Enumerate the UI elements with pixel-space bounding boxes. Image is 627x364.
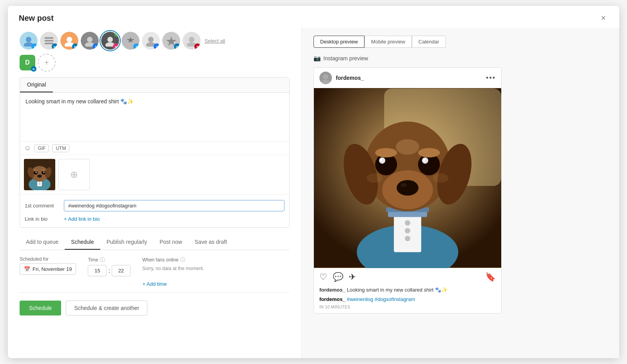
svg-rect-4 [45,43,53,44]
hashtag-username: fordemos_ [319,296,345,302]
modal-header: New post × [8,6,619,28]
heart-icon[interactable]: ♡ [319,272,327,282]
account-icon-3[interactable]: in [60,32,78,50]
fans-info-icon: ⓘ [180,256,185,263]
instagram-card: fordemos_ ••• [314,67,502,314]
svg-point-59 [433,173,449,183]
insta-post-image [314,88,501,268]
tab-desktop-preview[interactable]: Desktop preview [314,36,364,48]
svg-marker-11 [127,37,134,43]
svg-point-49 [379,157,385,164]
modal-title: New post [19,14,54,23]
insta-header: fordemos_ ••• [314,68,501,88]
svg-point-52 [423,159,425,161]
time-separator: : [107,267,111,274]
tab-calendar[interactable]: Calendar [412,36,446,48]
new-post-modal: New post × t in [8,6,619,358]
meta-rows: 1st comment Link in bio + Add link in bi… [20,194,289,227]
svg-point-5 [67,37,72,42]
right-panel: Desktop preview Mobile preview Calendar … [302,28,619,358]
comment-icon[interactable]: 💬 [333,272,343,282]
account-icon-2[interactable]: in [40,32,58,50]
content-card: Original Looking smart in my new collare… [20,77,290,228]
account-icon-5[interactable]: ig ✓ [101,32,119,50]
time-minutes-input[interactable] [112,265,130,276]
fans-online-label: When fans online ⓘ [142,256,204,263]
share-icon[interactable]: ✈ [349,272,356,282]
svg-point-58 [366,173,382,183]
toolbar-row: ☺ GIF UTM [20,141,289,155]
account-icon-8[interactable]: in [162,32,180,50]
svg-point-51 [380,159,382,161]
comment-label: 1st comment [25,203,60,209]
svg-point-39 [405,228,410,233]
caption-content: Looking smart in my new collared shirt 🐾… [347,287,448,293]
insta-hashtags: fordemos_ #weinerdog #dogsofinstagram [314,296,501,305]
svg-point-32 [323,74,328,79]
account-icon-1[interactable]: t [20,32,38,50]
add-link-button[interactable]: + Add link in bio [64,216,100,222]
tab-schedule[interactable]: Schedule [65,235,100,250]
select-all-link[interactable]: Select all [205,38,225,44]
insta-actions: ♡ 💬 ✈ 🔖 [314,268,501,286]
dog-image-thumb[interactable] [24,159,55,190]
svg-point-40 [405,236,410,241]
schedule-button[interactable]: Schedule [20,301,61,315]
account-icon-4[interactable]: f [81,32,99,50]
add-account-button[interactable]: + [38,54,56,72]
tab-add-to-queue[interactable]: Add to queue [20,235,65,250]
bookmark-icon[interactable]: 🔖 [485,272,496,282]
post-text-input[interactable]: Looking smart in my new collared shirt 🐾… [20,93,289,140]
utm-button[interactable]: UTM [52,144,69,152]
tab-publish-regularly[interactable]: Publish regularly [100,235,154,250]
tab-save-as-draft[interactable]: Save as draft [188,235,234,250]
date-value: Fri, November 19 [33,266,72,272]
svg-point-9 [107,37,113,42]
svg-point-50 [422,157,428,164]
schedule-create-another-button[interactable]: Schedule & create another [66,301,147,315]
tab-mobile-preview[interactable]: Mobile preview [364,36,412,48]
svg-point-46 [400,183,407,187]
tab-post-now[interactable]: Post now [153,235,188,250]
left-panel: t in in [8,28,302,358]
svg-point-54 [418,148,440,157]
account-icon-9[interactable]: P [183,32,201,50]
time-label: Time ⓘ [88,256,130,263]
svg-point-0 [26,37,31,42]
preview-section-title: 📷 Instagram preview [314,55,607,62]
svg-point-31 [42,169,45,171]
time-info-icon: ⓘ [100,256,105,263]
modal-body: t in in [8,28,619,358]
time-hours-input[interactable] [88,265,107,276]
images-row: ⊕ [20,155,289,194]
divider [20,292,290,293]
comment-row: 1st comment [25,198,285,214]
fans-online-group: When fans online ⓘ Sorry, no data at the… [142,256,204,272]
account-icon-d[interactable]: D in [20,55,35,70]
tab-original[interactable]: Original [20,77,53,92]
gif-button[interactable]: GIF [34,144,49,152]
account-icon-6[interactable]: t [121,32,140,50]
insta-time: IN 10 MINUTES [314,305,501,313]
date-input[interactable]: 📅 Fri, November 19 [20,263,76,275]
close-button[interactable]: × [598,13,608,23]
emoji-button[interactable]: ☺ [24,144,31,152]
hashtag-text: #weinerdog #dogsofinstagram [347,296,415,302]
link-in-bio-row: Link in bio + Add link in bio [25,214,285,224]
svg-point-30 [34,169,38,171]
insta-avatar [319,72,332,84]
comment-input[interactable] [64,200,285,211]
instagram-icon: 📷 [314,55,321,62]
time-inputs: : [88,265,130,276]
svg-point-12 [148,37,154,42]
scheduled-for-group: Scheduled for 📅 Fri, November 19 [20,256,76,275]
svg-point-25 [37,175,42,178]
add-time-button[interactable]: + Add time [20,281,290,287]
add-image-button[interactable]: ⊕ [58,159,90,190]
svg-point-38 [405,220,410,226]
account-icon-7[interactable]: f [142,32,160,50]
schedule-tabs: Add to queue Schedule Publish regularly … [20,235,290,250]
insta-more-icon[interactable]: ••• [486,74,496,81]
scheduled-for-label: Scheduled for [20,256,76,262]
calendar-icon: 📅 [24,266,30,272]
